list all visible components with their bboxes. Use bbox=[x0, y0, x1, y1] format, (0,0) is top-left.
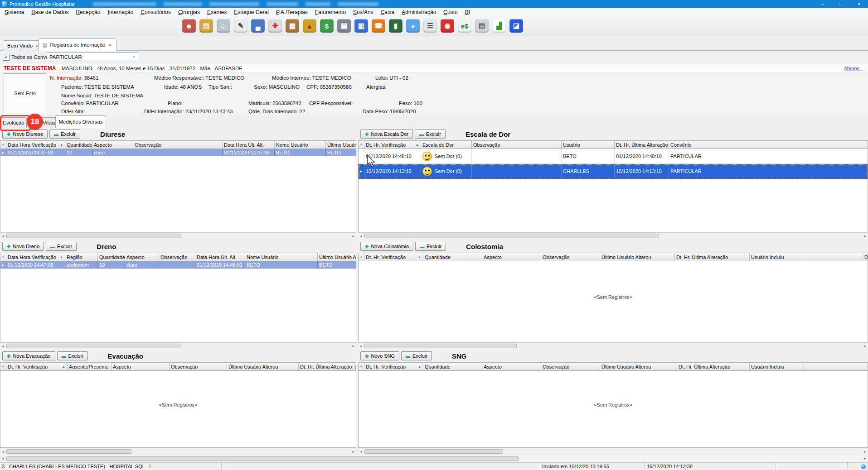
menu-item-exames[interactable]: Exames bbox=[204, 9, 230, 15]
menu-item-estoque-geral[interactable]: Estoque Geral bbox=[230, 9, 272, 15]
escala-new-button[interactable]: ✚Nova Escala Dor bbox=[360, 129, 413, 139]
dreno-col-u-ltimo-usua-rio-alterou[interactable]: Último Usuário Alterou bbox=[318, 253, 356, 261]
diurese-col-u-ltimo-usua-rio-alterou[interactable]: Último Usuário Alterou bbox=[326, 141, 356, 149]
colostomia-col-usua-rio-incluiu[interactable]: Usuário Incluiu bbox=[750, 253, 863, 261]
grid-options-icon[interactable]: ✳ bbox=[359, 141, 364, 149]
menos-link[interactable]: Menos... bbox=[844, 66, 863, 71]
scrollbar-thumb[interactable] bbox=[6, 344, 181, 348]
colostomia-col-observac-a-o[interactable]: Observação bbox=[541, 253, 600, 261]
documents-icon[interactable]: ▤ bbox=[475, 19, 489, 33]
statistics-icon[interactable]: ▟ bbox=[492, 19, 506, 33]
close-button[interactable]: ✕ bbox=[850, 0, 868, 8]
escala-col-dt-hr-verificac-a-o[interactable]: Dt. Hr. Verificação▲ bbox=[364, 141, 421, 149]
colostomia-horizontal-scrollbar[interactable]: ◂▸ bbox=[358, 342, 868, 349]
money-icon[interactable]: $ bbox=[320, 19, 334, 33]
close-tab-icon[interactable]: ✕ bbox=[108, 43, 112, 48]
dreno-new-button[interactable]: ✚Novo Dreno bbox=[2, 242, 44, 251]
scroll-left-icon[interactable]: ◂ bbox=[358, 343, 364, 349]
grid-options-icon[interactable]: ✳ bbox=[359, 363, 364, 371]
colostomia-col-u-ltimo-usua-rio-alterou[interactable]: Último Usuário Alterou bbox=[600, 253, 675, 261]
scroll-left-icon[interactable]: ◂ bbox=[0, 449, 6, 454]
dreno-col-aspecto[interactable]: Aspecto bbox=[125, 253, 159, 261]
sng-col-aspecto[interactable]: Aspecto bbox=[482, 363, 541, 371]
evacuacao-col-usua-rio-incluiu[interactable]: Usuário Incluiu bbox=[353, 363, 356, 371]
evacuacao-col-ausente-presente[interactable]: Ausente/Presente bbox=[68, 363, 112, 371]
scroll-left-icon[interactable]: ◂ bbox=[358, 233, 364, 239]
diurese-col-observac-a-o[interactable]: Observação bbox=[133, 141, 223, 149]
dreno-col-data-hora-u-lt-alt[interactable]: Data Hora Últ. Alt. bbox=[195, 253, 245, 261]
menu-item-faturamento[interactable]: Faturamento bbox=[311, 9, 349, 15]
scroll-right-icon[interactable]: ▸ bbox=[350, 343, 356, 349]
power-icon[interactable]: ◉ bbox=[441, 19, 454, 33]
safe-icon[interactable]: ▣ bbox=[337, 19, 351, 33]
scroll-right-icon[interactable]: ▸ bbox=[350, 449, 356, 454]
diurese-delete-button[interactable]: ▬Excluir bbox=[49, 129, 80, 139]
patient-records-icon[interactable]: ▤ bbox=[199, 19, 213, 33]
todos-convenios-checkbox[interactable]: ✔ bbox=[3, 54, 10, 61]
menu-item-recepc-a-o[interactable]: Recepção bbox=[72, 9, 104, 15]
evacuacao-new-button[interactable]: ✚Nova Evacuação bbox=[2, 351, 55, 360]
scroll-left-icon[interactable]: ◂ bbox=[0, 343, 6, 349]
escala-col-observac-a-o[interactable]: Observação bbox=[472, 141, 562, 149]
sng-col-u-ltimo-usua-rio-alterou[interactable]: Último Usuário Alterou bbox=[600, 363, 677, 371]
convenio-select[interactable]: PARTICULAR ▾ bbox=[47, 53, 138, 61]
colostomia-col-dt-hr-verificac-a-o[interactable]: Dt. Hr. Verificação▲ bbox=[364, 253, 423, 261]
menu-item-base-de-dados[interactable]: Base de Dados bbox=[28, 9, 72, 15]
diurese-col-aspecto[interactable]: Aspecto bbox=[92, 141, 133, 149]
maximize-button[interactable]: □ bbox=[832, 0, 850, 8]
phone-directory-icon[interactable]: ☎ bbox=[372, 19, 385, 33]
report-icon[interactable]: ☰ bbox=[423, 19, 437, 33]
supplies-icon[interactable]: ▦ bbox=[286, 19, 299, 33]
escala-row-1[interactable]: ▸15/12/2020 14:13:15Sem Dor (0)CHARLLES1… bbox=[359, 164, 868, 179]
minimize-button[interactable]: ─ bbox=[814, 0, 832, 8]
escala-horizontal-scrollbar[interactable]: ◂▸ bbox=[358, 232, 868, 239]
grid-options-icon[interactable]: ✳ bbox=[0, 141, 6, 149]
patients-icon[interactable]: ☻ bbox=[182, 19, 196, 33]
menu-item-administrac-a-o[interactable]: Administração bbox=[398, 9, 440, 15]
page-horizontal-scrollbar[interactable]: ◂ ▸ bbox=[0, 455, 868, 462]
evacuacao-col-aspecto[interactable]: Aspecto bbox=[112, 363, 170, 371]
scroll-right-icon[interactable]: ▸ bbox=[350, 233, 356, 239]
diurese-col-nome-usua-rio[interactable]: Nome Usuário bbox=[275, 141, 326, 149]
colostomia-col-dt-hr[interactable]: Dt. Hr. bbox=[863, 253, 868, 261]
chevron-down-icon[interactable]: ▾ bbox=[130, 53, 138, 61]
chat-icon[interactable]: ● bbox=[406, 19, 420, 33]
dreno-col-observac-a-o[interactable]: Observação bbox=[159, 253, 195, 261]
menu-item-caixa[interactable]: Caixa bbox=[377, 9, 398, 15]
escala-delete-button[interactable]: ▬Excluir bbox=[415, 129, 446, 139]
menu-item-sistema[interactable]: Sistema bbox=[1, 9, 28, 15]
scrollbar-thumb[interactable] bbox=[6, 449, 131, 454]
menu-item-sus-ans[interactable]: Sus/Ans bbox=[349, 9, 377, 15]
menu-item-p-a-terapias[interactable]: P.A./Terapias bbox=[272, 9, 311, 15]
dreno-col-nome-usua-rio[interactable]: Nome Usuário bbox=[245, 253, 318, 261]
escala-row-0[interactable]: 01/12/2020 14:48:10Sem Dor (0)BETO01/12/… bbox=[359, 149, 868, 164]
scroll-right-icon[interactable]: ▸ bbox=[862, 449, 868, 454]
prescription-icon[interactable]: ✎ bbox=[234, 19, 247, 33]
evacuacao-col-dt-hr-verificac-a-o[interactable]: Dt. Hr. Verificação▲ bbox=[6, 363, 68, 371]
dreno-delete-button[interactable]: ▬Excluir bbox=[46, 242, 77, 251]
scroll-right-icon[interactable]: ▸ bbox=[862, 456, 868, 461]
sng-col-quantidade[interactable]: Quantidade bbox=[423, 363, 482, 371]
diurese-row-0[interactable]: ▸01/12/2020 14:47:0010claro01/12/2020 14… bbox=[0, 149, 356, 156]
subtab-medic-o-es-diversas[interactable]: Medições Diversas bbox=[55, 115, 106, 128]
menu-item-cirurgias[interactable]: Cirurgias bbox=[175, 9, 204, 15]
evacuacao-horizontal-scrollbar[interactable]: ◂▸ bbox=[0, 448, 356, 454]
menu-item-internac-a-o[interactable]: Internação bbox=[104, 9, 137, 15]
scrollbar-thumb[interactable] bbox=[364, 344, 517, 348]
menu-item-bi[interactable]: BI bbox=[461, 9, 474, 15]
tab-registros-de-internacao[interactable]: ▤ Registros de Internação ✕ bbox=[38, 38, 116, 51]
billing-icon[interactable]: ▲ bbox=[303, 19, 316, 33]
sng-col-observac-a-o[interactable]: Observação bbox=[541, 363, 600, 371]
scroll-right-icon[interactable]: ▸ bbox=[862, 233, 868, 239]
scroll-left-icon[interactable]: ◂ bbox=[358, 449, 364, 454]
evacuacao-col-dt-hr-u-ltima-alterac-a-o[interactable]: Dt. Hr. Última Alteração bbox=[299, 363, 353, 371]
ledger-icon[interactable]: ▮ bbox=[389, 19, 402, 33]
sng-col-usua-rio-incluiu[interactable]: Usuário Incluiu bbox=[750, 363, 804, 371]
diurese-col-data-hora-u-lt-alt[interactable]: Data Hora Últ. Alt. bbox=[223, 141, 275, 149]
dashboard-icon[interactable]: ▥ bbox=[354, 19, 368, 33]
scroll-left-icon[interactable]: ◂ bbox=[0, 456, 6, 461]
grid-options-icon[interactable]: ✳ bbox=[0, 363, 6, 371]
evacuacao-col-observac-a-o[interactable]: Observação bbox=[170, 363, 227, 371]
dreno-col-regia-o[interactable]: Região bbox=[65, 253, 98, 261]
grid-options-icon[interactable]: ✳ bbox=[0, 253, 6, 261]
